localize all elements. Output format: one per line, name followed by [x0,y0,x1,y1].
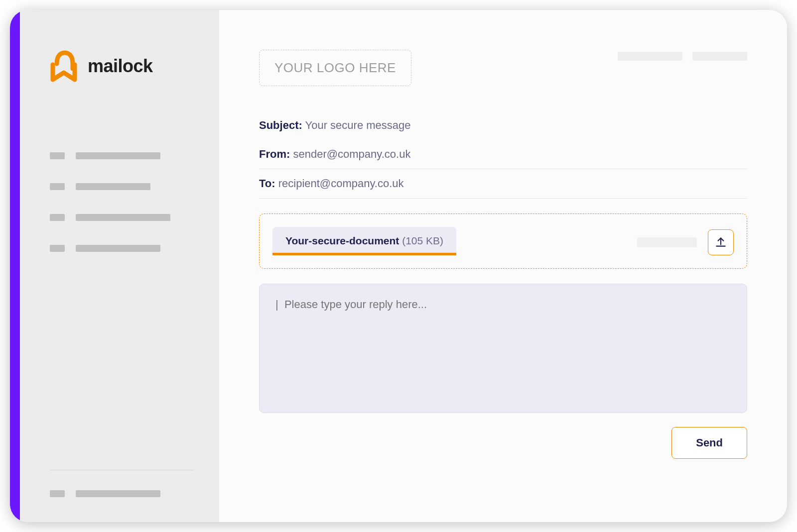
main-content: YOUR LOGO HERE Subject: Your secure mess… [219,10,787,522]
header-row: YOUR LOGO HERE [259,50,747,86]
attachments-dropzone[interactable]: Your-secure-document (105 KB) [259,213,747,269]
sidebar-item[interactable] [50,490,194,497]
sidebar: mailock [20,10,219,522]
brand-logo: mailock [50,50,194,83]
to-label: To: [259,177,275,190]
attachment-name: Your-secure-document [285,235,399,246]
sidebar-item[interactable] [50,214,194,221]
reply-textarea[interactable] [259,284,747,413]
to-row: To: recipient@company.co.uk [259,169,747,199]
nav-label-placeholder [76,490,160,497]
subject-label: Subject: [259,119,302,131]
sidebar-item[interactable] [50,152,194,159]
nav-label-placeholder [76,214,170,221]
send-row: Send [259,427,747,459]
nav-icon-placeholder [50,214,65,221]
from-value: sender@company.co.uk [293,148,410,160]
nav-label-placeholder [76,245,160,252]
subject-row: Subject: Your secure message [259,111,747,140]
header-placeholder [692,52,747,61]
mailock-icon [50,50,78,83]
to-value: recipient@company.co.uk [278,177,404,190]
nav-icon-placeholder [50,245,65,252]
sidebar-footer [50,470,194,497]
customer-logo-placeholder: YOUR LOGO HERE [259,50,411,86]
from-row: From: sender@company.co.uk [259,140,747,169]
nav-label-placeholder [76,152,160,159]
send-button[interactable]: Send [671,427,747,459]
sidebar-nav [50,152,194,252]
attachment-size: (105 KB) [402,235,443,246]
message-headers: Subject: Your secure message From: sende… [259,111,747,199]
from-label: From: [259,148,290,160]
nav-icon-placeholder [50,152,65,159]
nav-icon-placeholder [50,183,65,190]
attachment-chip[interactable]: Your-secure-document (105 KB) [272,227,456,255]
nav-label-placeholder [76,183,150,190]
attachment-actions [637,229,734,255]
upload-icon [714,235,727,250]
header-actions-placeholder [618,52,747,61]
header-placeholder [618,52,682,61]
sidebar-item[interactable] [50,245,194,252]
subject-value: Your secure message [305,119,411,131]
accent-strip [10,10,20,522]
nav-icon-placeholder [50,490,65,497]
brand-name: mailock [88,56,153,77]
upload-button[interactable] [708,229,734,255]
sidebar-item[interactable] [50,183,194,190]
app-window: mailock [10,10,787,522]
attachment-label-placeholder [637,237,697,247]
